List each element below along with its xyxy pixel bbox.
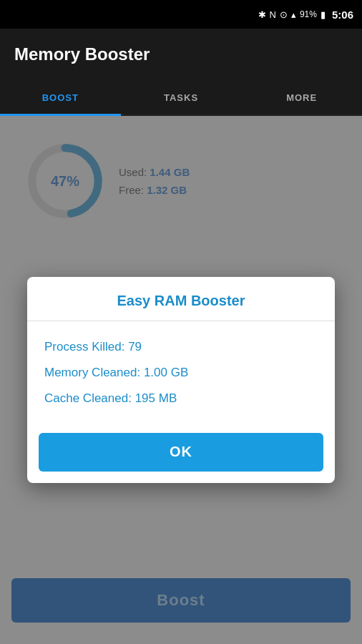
dialog-stat-cache: Cache Cleaned: 195 MB: [44, 390, 318, 407]
status-icons: ✱ N ⊙ ▴ 91% ▮ 5:06: [258, 9, 353, 21]
tab-tasks[interactable]: TASKS: [121, 80, 242, 114]
status-bar: ✱ N ⊙ ▴ 91% ▮ 5:06: [0, 0, 362, 29]
wifi-icon: ⊙: [280, 9, 288, 20]
dialog-divider: [27, 321, 335, 321]
tab-bar: BOOST TASKS MORE: [0, 80, 362, 116]
ok-button[interactable]: OK: [39, 433, 323, 472]
dialog-body: Process Killed: 79 Memory Cleaned: 1.00 …: [27, 333, 335, 432]
signal-icon: ▴: [291, 9, 296, 20]
app-title: Memory Booster: [14, 44, 150, 64]
dialog-stat-process: Process Killed: 79: [44, 338, 318, 356]
battery-icon: ▮: [321, 9, 326, 20]
dialog-stat-memory: Memory Cleaned: 1.00 GB: [44, 364, 318, 381]
tab-boost[interactable]: BOOST: [0, 80, 121, 114]
battery-percent: 91%: [300, 9, 317, 19]
tab-more[interactable]: MORE: [241, 80, 362, 114]
dialog-actions: OK: [27, 433, 335, 483]
dialog-title: Easy RAM Booster: [27, 277, 335, 321]
dialog-overlay: Easy RAM Booster Process Killed: 79 Memo…: [0, 116, 362, 644]
dialog: Easy RAM Booster Process Killed: 79 Memo…: [27, 277, 335, 482]
status-time: 5:06: [332, 9, 353, 21]
app-header: Memory Booster: [0, 29, 362, 80]
bluetooth-icon: ✱: [258, 9, 266, 20]
main-content: 47% Used: 1.44 GB Free: 1.32 GB Boost Ea…: [0, 116, 362, 644]
network-icon: N: [270, 9, 276, 20]
